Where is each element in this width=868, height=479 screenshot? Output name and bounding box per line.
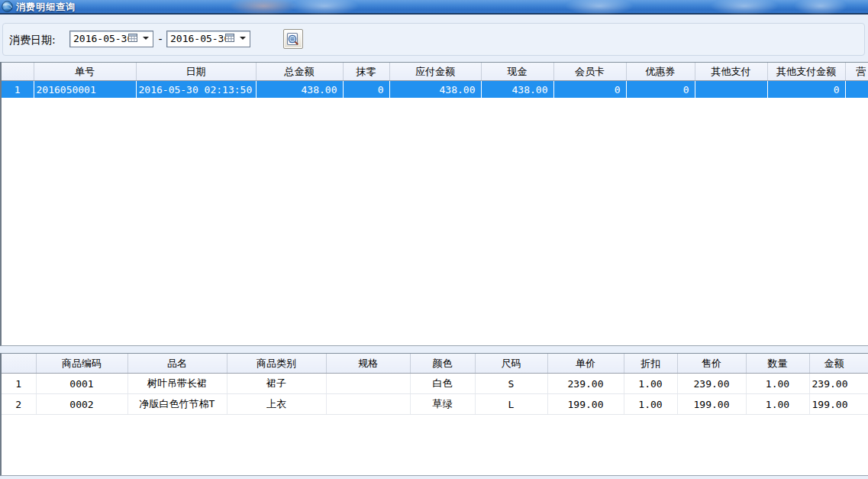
cell[interactable]: 438.00	[389, 81, 481, 99]
cell[interactable]: 0001	[36, 374, 127, 394]
column-header[interactable]: 日期	[136, 63, 256, 81]
cell[interactable]: 0002	[36, 394, 127, 415]
cell[interactable]: 199.00	[547, 394, 624, 415]
calendar-dropdown-from[interactable]	[128, 32, 151, 44]
column-header[interactable]: 售价	[677, 354, 746, 374]
titlebar-glass-highlight	[565, 0, 634, 15]
column-header[interactable]: 其他支付金额	[767, 63, 845, 81]
column-header[interactable]: 金额	[809, 354, 868, 374]
column-header[interactable]: 商品编码	[36, 354, 127, 374]
column-header[interactable]	[2, 354, 36, 374]
column-header[interactable]: 数量	[746, 354, 809, 374]
window-title: 消费明细查询	[16, 1, 76, 14]
cell[interactable]: 438.00	[481, 81, 553, 99]
orders-table: 单号日期总金额抹零应付金额现金会员卡优惠券其他支付其他支付金额营12016050…	[0, 62, 868, 346]
chevron-down-icon	[240, 37, 246, 40]
cell[interactable]: 1.00	[746, 374, 809, 394]
date-from-value: 2016-05-30	[73, 33, 133, 44]
cell[interactable]: 树叶吊带长裙	[127, 374, 227, 394]
cell[interactable]: 1	[2, 374, 36, 394]
column-header[interactable]: 总金额	[256, 63, 343, 81]
titlebar-glass-highlight	[794, 0, 847, 15]
cell[interactable]: 白色	[410, 374, 475, 394]
cell[interactable]	[695, 81, 767, 99]
column-header[interactable]: 现金	[481, 63, 553, 81]
cell[interactable]: 1.00	[624, 394, 677, 415]
column-header[interactable]: 抹零	[343, 63, 389, 81]
column-header[interactable]	[2, 63, 34, 81]
cell[interactable]: 裙子	[227, 374, 326, 394]
cell[interactable]: 2	[2, 394, 36, 415]
titlebar-glass-highlight	[290, 0, 359, 15]
column-header[interactable]: 尺码	[475, 354, 547, 374]
cell[interactable]: 净版白色竹节棉T	[127, 394, 227, 415]
column-header[interactable]: 营	[845, 63, 868, 81]
column-header[interactable]: 颜色	[410, 354, 475, 374]
cell[interactable]: 1	[2, 81, 34, 99]
cell[interactable]: 199.00	[809, 394, 868, 415]
cell[interactable]: S	[475, 374, 547, 394]
column-header[interactable]: 折扣	[624, 354, 677, 374]
window-titlebar: 消费明细查询	[0, 0, 868, 15]
titlebar-glass-highlight	[710, 0, 779, 15]
titlebar-glass-highlight	[229, 0, 298, 15]
column-header[interactable]: 品名	[127, 354, 227, 374]
cell[interactable]: 239.00	[547, 374, 624, 394]
chevron-down-icon	[143, 37, 149, 40]
calendar-grid-icon	[128, 33, 138, 43]
header-row: 单号日期总金额抹零应付金额现金会员卡优惠券其他支付其他支付金额营	[2, 63, 868, 81]
column-header[interactable]: 优惠券	[626, 63, 695, 81]
column-header[interactable]: 应付金额	[389, 63, 481, 81]
date-range-label: 消费日期:	[9, 34, 56, 47]
header-row: 商品编码品名商品类别规格颜色尺码单价折扣售价数量金额	[2, 354, 868, 374]
cell[interactable]: L	[475, 394, 547, 415]
cell[interactable]	[845, 81, 868, 99]
cell[interactable]: 2016050001	[34, 81, 136, 99]
date-range-separator: -	[156, 33, 165, 45]
cell[interactable]: 2016-05-30 02:13:50	[136, 81, 256, 99]
cell[interactable]	[326, 374, 410, 394]
cell[interactable]: 上衣	[227, 394, 326, 415]
items-table: 商品编码品名商品类别规格颜色尺码单价折扣售价数量金额10001树叶吊带长裙裙子白…	[0, 353, 868, 476]
search-button[interactable]	[283, 29, 303, 49]
column-header[interactable]: 会员卡	[553, 63, 626, 81]
date-from-input[interactable]: 2016-05-30	[69, 31, 153, 47]
column-header[interactable]: 单号	[34, 63, 136, 81]
column-header[interactable]: 商品类别	[227, 354, 326, 374]
cell[interactable]: 草绿	[410, 394, 475, 415]
document-magnifier-icon	[286, 32, 301, 47]
column-header[interactable]: 单价	[547, 354, 624, 374]
cell[interactable]: 199.00	[677, 394, 746, 415]
cell[interactable]	[326, 394, 410, 415]
column-header[interactable]: 其他支付	[695, 63, 767, 81]
cell[interactable]: 239.00	[677, 374, 746, 394]
date-to-input[interactable]: 2016-05-30	[166, 31, 250, 47]
cell[interactable]: 438.00	[256, 81, 343, 99]
column-header[interactable]: 规格	[326, 354, 410, 374]
cell[interactable]: 1.00	[624, 374, 677, 394]
cell[interactable]: 1.00	[746, 394, 809, 415]
table-row[interactable]: 10001树叶吊带长裙裙子白色S239.001.00239.001.00239.…	[2, 374, 868, 394]
table-row[interactable]: 120160500012016-05-30 02:13:50438.000438…	[2, 81, 868, 99]
calendar-grid-icon	[225, 33, 235, 43]
table-row[interactable]: 20002净版白色竹节棉T上衣草绿L199.001.00199.001.0019…	[2, 394, 868, 415]
cell[interactable]: 0	[626, 81, 695, 99]
cell[interactable]: 0	[553, 81, 626, 99]
date-to-value: 2016-05-30	[170, 33, 230, 44]
cell[interactable]: 0	[343, 81, 389, 99]
cell[interactable]: 239.00	[809, 374, 868, 394]
globe-icon	[2, 1, 13, 12]
calendar-dropdown-to[interactable]	[225, 32, 248, 44]
cell[interactable]: 0	[767, 81, 845, 99]
